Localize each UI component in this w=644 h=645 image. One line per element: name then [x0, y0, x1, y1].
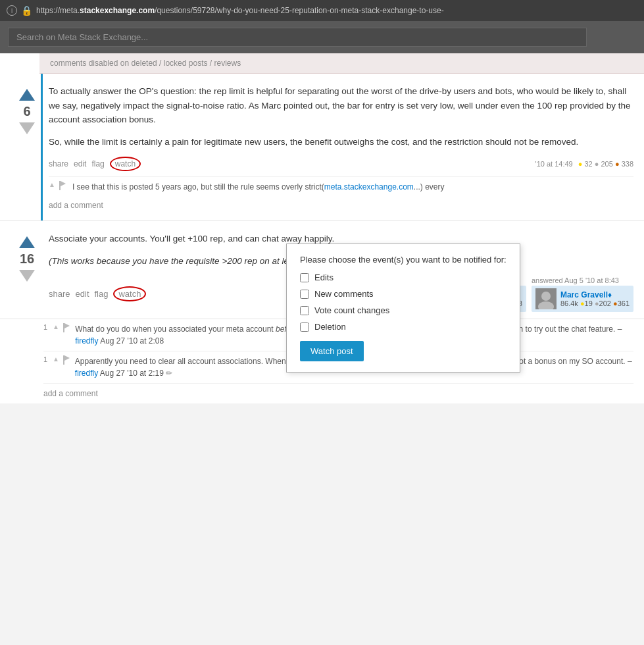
popup-label-votecount: Vote count changes: [314, 305, 389, 315]
vote-column-2: 16: [11, 232, 43, 318]
post-content-1: To actually answer the OP's question: th…: [43, 84, 633, 210]
url-text: https://meta.stackexchange.com/questions…: [36, 6, 444, 15]
comment-count-2a: 1: [43, 323, 49, 331]
comment-after-1: ...) every: [414, 182, 445, 192]
user-b1-1: 205: [601, 160, 613, 168]
vote-up-button-1[interactable]: [17, 87, 37, 103]
vote-down-button-1[interactable]: [17, 120, 37, 136]
svg-rect-5: [63, 323, 64, 332]
popup-label-deletion: Deletion: [314, 322, 346, 332]
vote-column-1: 6: [11, 84, 43, 210]
deleted-banner: comments disabled on deleted / locked po…: [39, 53, 644, 74]
sidebar-accent-line: [41, 74, 43, 220]
comment-link-1[interactable]: meta.stackexchange.com: [324, 182, 414, 192]
answer-block-1: 6 To actually answer the OP's question: …: [0, 74, 644, 221]
vote-count-1: 6: [23, 104, 30, 119]
watch-button-1[interactable]: watch: [110, 157, 141, 171]
popup-title: Please choose the event(s) you want to b…: [300, 255, 507, 265]
svg-point-3: [541, 292, 551, 301]
edit-link-2[interactable]: edit: [76, 289, 89, 299]
watch-button-2[interactable]: watch: [113, 286, 146, 301]
svg-marker-8: [64, 355, 70, 361]
arrow-up-icon: [19, 89, 35, 101]
vote-up-button-2[interactable]: [17, 234, 37, 250]
post-text-1b: So, while the limit is certainly a pain …: [49, 135, 633, 149]
popup-label-newcomments: New comments: [314, 289, 374, 299]
answered-time-2: answered Aug 5 '10 at 8:43: [532, 276, 619, 284]
arrow-down-icon: [19, 122, 35, 134]
svg-marker-1: [61, 181, 66, 186]
comment-upvote-1[interactable]: ▲: [49, 181, 55, 188]
deleted-banner-text: comments disabled on deleted / locked po…: [50, 59, 241, 68]
popup-checkbox-deletion[interactable]: [300, 322, 309, 332]
svg-marker-6: [64, 323, 70, 328]
ctext-2a-before: What do you do when you associated your …: [75, 324, 276, 334]
comment-upvote-2a[interactable]: ▲: [53, 323, 59, 330]
marc-info: Marc Gravell♦ 86.4k ●19 ●202 ●361: [560, 290, 630, 307]
user-b2-1: 338: [622, 160, 633, 168]
flag-link-2[interactable]: flag: [95, 289, 109, 299]
answered-time-1: '10 at 14:49: [535, 160, 573, 168]
comment-flag-1: [59, 181, 68, 192]
popup-option-edits: Edits: [300, 272, 507, 282]
user-rep-1: 32: [584, 160, 592, 168]
info-icon: i: [7, 5, 17, 16]
share-link-2[interactable]: share: [49, 289, 70, 299]
edit-link-1[interactable]: edit: [74, 159, 86, 168]
comment-link-2b[interactable]: firedfly: [75, 369, 98, 378]
add-comment-1[interactable]: add a comment: [49, 201, 103, 210]
answered-meta: answered Aug 5 '10 at 8:43 Marc Gravell♦…: [532, 276, 633, 312]
comment-link-2a[interactable]: firedfly: [75, 336, 98, 346]
popup-checkbox-edits[interactable]: [300, 273, 309, 282]
marc-b1: 19: [585, 299, 593, 307]
lock-icon: 🔒: [21, 5, 32, 16]
post-actions-1: share edit flag watch '10 at 14:49 ● 32 …: [49, 157, 633, 171]
add-comment-2[interactable]: add a comment: [43, 389, 98, 398]
marc-user-card: Marc Gravell♦ 86.4k ●19 ●202 ●361: [532, 286, 633, 312]
vote-count-2: 16: [20, 251, 34, 267]
arrow-down-icon-2: [19, 270, 35, 282]
watch-post-button[interactable]: Watch post: [300, 341, 364, 361]
comment-count-2b: 1: [43, 355, 49, 363]
flag-link-1[interactable]: flag: [91, 159, 104, 168]
comment-text-1: I see that this is posted 5 years ago, b…: [72, 181, 445, 193]
main-content: comments disabled on deleted / locked po…: [0, 53, 644, 403]
post-text-1a: To actually answer the OP's question: th…: [49, 84, 633, 127]
popup-checkbox-newcomments[interactable]: [300, 290, 309, 299]
popup-option-deletion: Deletion: [300, 322, 507, 332]
edit-pencil-2b[interactable]: ✏: [166, 369, 172, 378]
url-suffix: /questions/59728/why-do-you-need-25-repu…: [155, 6, 444, 15]
top-bar: i 🔒 https://meta.stackexchange.com/quest…: [0, 0, 644, 21]
comment-upvote-2b[interactable]: ▲: [53, 355, 59, 363]
marc-name[interactable]: Marc Gravell♦: [560, 290, 630, 299]
rep-1: ● 32 ● 205 ● 338: [578, 160, 633, 168]
marc-b3: 361: [618, 299, 630, 307]
share-link-1[interactable]: share: [49, 159, 68, 168]
ctext-2b-time: Aug 27 '10 at 2:19: [100, 369, 164, 378]
popup-checkbox-votecount[interactable]: [300, 306, 309, 315]
url-bold: stackexchange.com: [80, 6, 155, 15]
comment-row-1: ▲ I see that this is posted 5 years ago,…: [49, 176, 633, 197]
marc-diamond: ♦: [608, 290, 612, 299]
arrow-up-icon-2: [19, 236, 35, 248]
svg-rect-7: [63, 355, 64, 365]
watch-popup: Please choose the event(s) you want to b…: [286, 244, 520, 373]
ctext-2a-time: Aug 27 '10 at 2:08: [100, 336, 164, 346]
marc-b2: 202: [599, 299, 611, 307]
url-prefix: https://meta.: [36, 6, 80, 15]
svg-rect-0: [59, 181, 61, 190]
popup-option-newcomments: New comments: [300, 289, 507, 299]
comment-flag-2a: [63, 323, 71, 334]
search-bar: [0, 21, 644, 53]
marc-rep-val: 86.4k: [560, 299, 578, 307]
marc-name-text: Marc Gravell: [560, 290, 608, 299]
popup-option-votecount: Vote count changes: [300, 305, 507, 315]
comment-before-1: I see that this is posted 5 years ago, b…: [72, 182, 324, 192]
marc-rep: 86.4k ●19 ●202 ●361: [560, 299, 630, 307]
search-input[interactable]: [8, 28, 587, 47]
vote-down-button-2[interactable]: [17, 268, 37, 284]
comment-flag-2b: [63, 355, 71, 367]
marc-avatar: [535, 288, 557, 309]
popup-label-edits: Edits: [314, 272, 334, 282]
